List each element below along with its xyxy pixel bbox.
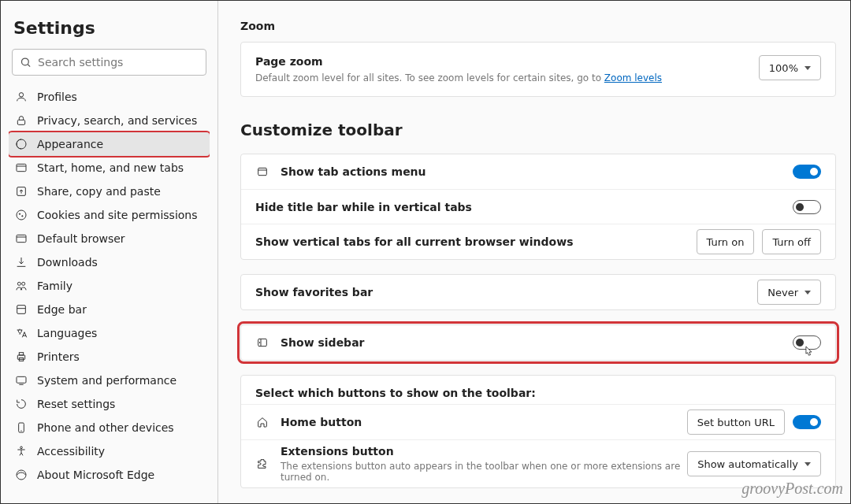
sidebar-item-printers[interactable]: Printers (9, 345, 210, 369)
sidebar-item-label: Appearance (37, 138, 103, 150)
sidebar-item-languages[interactable]: Languages (9, 321, 210, 345)
svg-point-9 (19, 213, 20, 214)
tab-actions-toggle[interactable] (793, 165, 821, 179)
sidebar-item-accessibility[interactable]: Accessibility (9, 439, 210, 463)
show-sidebar-label: Show sidebar (281, 336, 793, 349)
download-icon (15, 256, 28, 269)
sidebar-item-label: Phone and other devices (37, 421, 174, 434)
sidebar-item-label: Share, copy and paste (37, 185, 161, 198)
settings-sidebar: Settings Profiles Privacy, search, and s… (1, 1, 218, 503)
sidebar-item-family[interactable]: Family (9, 274, 210, 298)
browser-icon (15, 232, 28, 245)
sidebar-item-cookies[interactable]: Cookies and site permissions (9, 203, 210, 227)
sidebar-item-downloads[interactable]: Downloads (9, 250, 210, 274)
hide-titlebar-label: Hide title bar while in vertical tabs (255, 201, 793, 213)
sidebar-item-label: Accessibility (37, 445, 105, 458)
sidebar-item-label: About Microsoft Edge (37, 469, 154, 481)
reset-icon (15, 398, 28, 410)
turn-off-button[interactable]: Turn off (762, 229, 821, 254)
sidebar-item-label: Cookies and site permissions (37, 209, 198, 221)
sidebar-item-label: Profiles (37, 91, 77, 103)
zoom-select[interactable]: 100% (759, 55, 821, 80)
sidebar-group: Show sidebar (240, 324, 836, 361)
appearance-icon (15, 138, 28, 150)
sidebar-item-profiles[interactable]: Profiles (9, 85, 210, 109)
hide-titlebar-toggle[interactable] (793, 200, 821, 214)
toolbar-group-1: Show tab actions menu Hide title bar whi… (240, 154, 836, 260)
search-icon (20, 57, 32, 69)
settings-title: Settings (9, 12, 210, 49)
show-sidebar-toggle[interactable] (793, 335, 821, 350)
extensions-button-desc: The extensions button auto appears in th… (281, 461, 687, 483)
phone-icon (15, 421, 28, 434)
sidebar-item-appearance[interactable]: Appearance (9, 132, 210, 156)
sidebar-item-about[interactable]: About Microsoft Edge (9, 463, 210, 487)
page-zoom-desc: Default zoom level for all sites. To see… (255, 72, 759, 83)
accessibility-icon (15, 445, 28, 458)
tab-icon (15, 161, 28, 174)
svg-point-2 (19, 93, 23, 97)
edge-icon (15, 469, 28, 481)
favorites-group: Show favorites bar Never (240, 274, 836, 310)
set-button-url-button[interactable]: Set button URL (687, 410, 785, 435)
svg-line-1 (28, 65, 30, 67)
share-icon (15, 185, 28, 198)
sidebar-item-label: Languages (37, 327, 97, 339)
search-container (12, 49, 206, 76)
sidebar-item-start[interactable]: Start, home, and new tabs (9, 156, 210, 180)
vertical-tabs-label: Show vertical tabs for all current brows… (255, 235, 697, 248)
sidebar-item-privacy[interactable]: Privacy, search, and services (9, 109, 210, 132)
zoom-section-title: Zoom (240, 20, 836, 32)
home-button-label: Home button (281, 416, 687, 428)
zoom-card: Page zoom Default zoom level for all sit… (240, 42, 836, 97)
favorites-select[interactable]: Never (757, 280, 821, 305)
profile-icon (15, 91, 28, 103)
extensions-select[interactable]: Show automatically (687, 451, 821, 476)
svg-point-24 (20, 447, 23, 449)
toolbar-buttons-group: Select which buttons to show on the tool… (240, 375, 836, 488)
tab-actions-label: Show tab actions menu (281, 165, 793, 178)
printer-icon (15, 350, 28, 363)
languages-icon (15, 327, 28, 339)
sidebar-item-reset[interactable]: Reset settings (9, 392, 210, 416)
favorites-bar-label: Show favorites bar (255, 286, 757, 298)
extensions-button-label: Extensions button (281, 445, 687, 458)
svg-rect-20 (17, 376, 26, 383)
system-icon (15, 374, 28, 387)
sidebar-item-label: Printers (37, 350, 80, 363)
search-input[interactable] (12, 49, 206, 76)
page-zoom-title: Page zoom (255, 55, 759, 68)
svg-point-8 (17, 210, 26, 220)
svg-line-31 (259, 343, 260, 343)
sidebar-item-label: Edge bar (37, 303, 87, 316)
customize-toolbar-title: Customize toolbar (240, 120, 836, 139)
svg-rect-11 (17, 235, 26, 242)
sidebar-item-system[interactable]: System and performance (9, 369, 210, 392)
home-icon (255, 415, 269, 429)
cookies-icon (15, 209, 28, 221)
tab-actions-icon (255, 165, 269, 179)
svg-point-14 (22, 282, 25, 285)
svg-rect-15 (17, 306, 26, 314)
svg-rect-17 (17, 355, 24, 359)
sidebar-item-label: Privacy, search, and services (37, 114, 197, 127)
svg-rect-5 (17, 164, 26, 171)
sidebar-icon (255, 335, 269, 350)
svg-point-0 (22, 58, 29, 65)
sidebar-item-label: Start, home, and new tabs (37, 161, 184, 174)
svg-point-13 (17, 282, 20, 285)
home-button-toggle[interactable] (793, 415, 821, 429)
sidebar-item-phone[interactable]: Phone and other devices (9, 416, 210, 439)
zoom-levels-link[interactable]: Zoom levels (604, 72, 662, 83)
svg-point-10 (22, 216, 23, 217)
sidebar-item-default-browser[interactable]: Default browser (9, 227, 210, 250)
svg-rect-18 (19, 353, 23, 355)
svg-rect-3 (17, 120, 24, 124)
edge-bar-icon (15, 303, 28, 316)
sidebar-item-label: System and performance (37, 374, 177, 387)
turn-on-button[interactable]: Turn on (697, 229, 755, 254)
sidebar-item-edge-bar[interactable]: Edge bar (9, 298, 210, 321)
extensions-icon (255, 457, 269, 471)
sidebar-item-share[interactable]: Share, copy and paste (9, 180, 210, 203)
sidebar-item-label: Reset settings (37, 398, 115, 410)
